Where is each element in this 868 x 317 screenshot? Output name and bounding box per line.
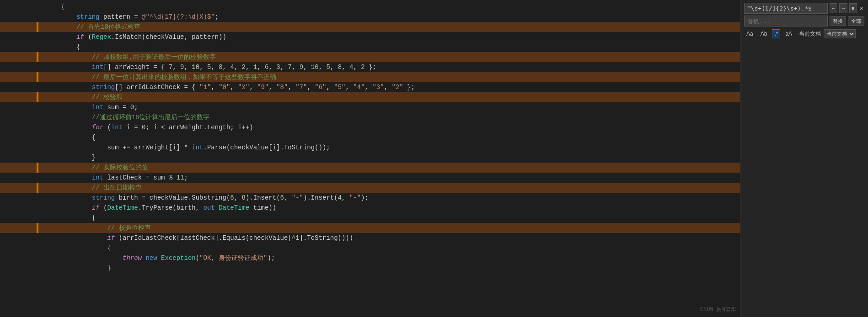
- token: ,: [257, 63, 265, 71]
- code-line: int lastCheck = sum % 11;: [0, 173, 740, 183]
- token: ,: [249, 84, 257, 91]
- opt-preserve-case[interactable]: aA: [783, 29, 794, 38]
- token: // 校验和: [92, 94, 123, 101]
- token: ;: [184, 174, 188, 181]
- code-line: // 最后一位计算出来的校验数组，如果不等于这些数字将不正确: [0, 72, 740, 82]
- token: // 首先18位格式检查: [76, 23, 140, 31]
- token: sum += arrWeight[i] *: [107, 144, 192, 151]
- token: time)): [249, 204, 276, 211]
- token: ,: [172, 63, 180, 71]
- editor-area: { string pattern = @"^\d{17}(?:\d|X)$"; …: [0, 0, 740, 317]
- code-line: // 首先18位格式检查: [0, 22, 740, 32]
- token: // 出生日期检查: [92, 184, 142, 191]
- code-line: {: [0, 2, 740, 12]
- token: 3: [276, 63, 280, 71]
- token: [46, 74, 92, 81]
- code-line: string pattern = @"^\d{17}(?:\d|X)$";: [0, 12, 740, 22]
- search-close-btn[interactable]: ×: [859, 5, 864, 12]
- line-gutter: [0, 223, 37, 233]
- token: ).Insert(: [303, 194, 338, 201]
- token: .TryParse(birth,: [138, 204, 204, 211]
- code-line: int sum = 0;: [0, 102, 740, 112]
- token: {: [46, 214, 96, 222]
- replace-input[interactable]: [744, 16, 828, 26]
- opt-regex[interactable]: .*: [772, 29, 780, 38]
- line-content: string pattern = @"^\d{17}(?:\d|X)$";: [38, 12, 740, 22]
- token: "7": [295, 84, 307, 91]
- token: string: [92, 84, 115, 91]
- line-content: // 首先18位格式检查: [38, 22, 740, 32]
- opt-whole-word[interactable]: Ab: [758, 29, 770, 38]
- token: ,: [384, 84, 392, 91]
- token: 10: [311, 63, 319, 71]
- line-content: {: [38, 243, 740, 253]
- code-line: string[] arrIdLastCheck = { "1", "0", "X…: [0, 82, 740, 92]
- token: out: [204, 204, 215, 211]
- line-content: // 加权数组,用于验证最后一位的校验数字: [38, 52, 740, 62]
- token: ,: [268, 63, 276, 71]
- token: 2: [242, 63, 246, 71]
- token: "-": [292, 194, 303, 201]
- token: };: [403, 84, 415, 91]
- line-gutter: [0, 183, 37, 193]
- line-gutter: [0, 42, 37, 52]
- line-gutter: [0, 253, 37, 263]
- token: "8": [276, 84, 288, 91]
- token: "9": [257, 84, 268, 91]
- token: ,: [307, 84, 315, 91]
- line-content: {: [38, 213, 740, 223]
- token: [46, 144, 107, 151]
- token: "3": [372, 84, 384, 91]
- token: ,: [284, 194, 292, 201]
- token: Regex: [92, 33, 111, 41]
- scope-dropdown[interactable]: 当前文档全部文档: [824, 29, 856, 38]
- token: ,: [268, 84, 276, 91]
- token: 9: [300, 63, 303, 71]
- token: ,: [234, 63, 242, 71]
- token: 6: [230, 194, 234, 201]
- token: ,: [346, 84, 354, 91]
- search-row-replace: 替换 全部: [744, 16, 864, 26]
- token: ,: [199, 63, 207, 71]
- line-content: }: [38, 263, 740, 273]
- token: [46, 124, 92, 131]
- search-all-btn[interactable]: ≡: [849, 3, 857, 13]
- line-gutter: [0, 72, 37, 82]
- line-gutter: [0, 102, 37, 112]
- line-gutter: [0, 112, 37, 122]
- line-content: int[] arrWeight = { 7, 9, 10, 5, 8, 4, 2…: [38, 62, 740, 72]
- line-content: throw new Exception("OK, 身份证验证成功");: [38, 253, 740, 263]
- replace-all-btn[interactable]: 全部: [848, 16, 864, 26]
- token: [46, 114, 92, 121]
- line-gutter: [0, 32, 37, 42]
- token: [46, 164, 92, 171]
- token: [46, 204, 92, 211]
- token: "OK, 身份证验证成功": [199, 254, 267, 262]
- token: // 校验位检查: [107, 224, 150, 232]
- token: 7: [288, 63, 291, 71]
- search-input[interactable]: [744, 3, 828, 14]
- code-line: string birth = checkValue.Substring(6, 8…: [0, 193, 740, 203]
- replace-one-btn[interactable]: 替换: [830, 16, 846, 26]
- token: 11: [177, 174, 184, 181]
- token: [46, 84, 92, 91]
- line-content: string birth = checkValue.Substring(6, 8…: [38, 193, 740, 203]
- search-prev-btn[interactable]: ←: [830, 3, 837, 13]
- token: 5: [327, 63, 330, 71]
- search-next-btn[interactable]: →: [839, 3, 847, 13]
- code-line: {: [0, 243, 740, 253]
- token: .IsMatch(checkValue, pattern)): [111, 33, 226, 41]
- line-content: if (Regex.IsMatch(checkValue, pattern)): [38, 32, 740, 42]
- token: ,: [234, 194, 242, 201]
- token: int: [92, 174, 103, 181]
- line-content: {: [38, 42, 740, 52]
- token: "6": [315, 84, 326, 91]
- line-gutter: [0, 52, 37, 62]
- opt-match-case[interactable]: Aa: [744, 29, 755, 38]
- code-line: // 加权数组,用于验证最后一位的校验数字: [0, 52, 740, 62]
- code-line: for (int i = 0; i < arrWeight.Length; i+…: [0, 122, 740, 132]
- token: birth = checkValue.Substring(: [115, 194, 230, 201]
- token: ,: [330, 63, 338, 71]
- token: string: [92, 194, 115, 201]
- token: 2: [361, 63, 364, 71]
